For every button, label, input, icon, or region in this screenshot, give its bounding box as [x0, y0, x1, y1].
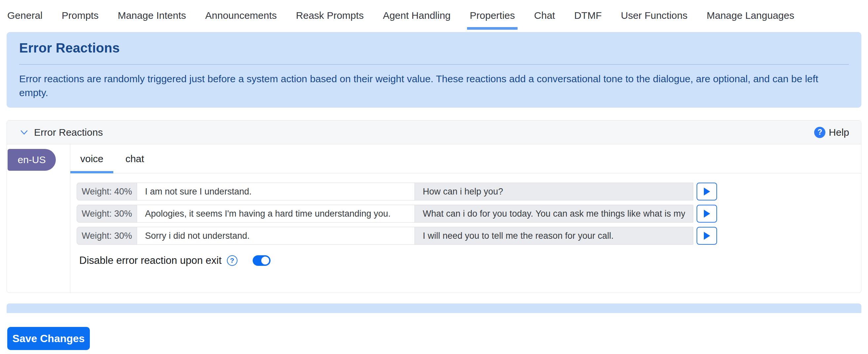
nav-item-reask-prompts[interactable]: Reask Prompts — [296, 10, 364, 31]
help-question-icon: ? — [814, 127, 826, 138]
nav-item-manage-languages[interactable]: Manage Languages — [707, 10, 794, 31]
nav-item-prompts[interactable]: Prompts — [62, 10, 99, 31]
followup-text-input-3[interactable] — [415, 227, 693, 245]
language-rail: en-US — [7, 144, 70, 293]
error-reactions-banner: Error Reactions Error reactions are rand… — [7, 32, 861, 108]
tab-chat[interactable]: chat — [113, 144, 156, 173]
help-link[interactable]: ? Help — [814, 127, 849, 138]
weight-label-2: Weight: 30% — [76, 205, 137, 223]
play-button-1[interactable] — [696, 183, 717, 200]
nav-item-dtmf[interactable]: DTMF — [574, 10, 601, 31]
page-title: Error Reactions — [19, 41, 849, 56]
save-changes-button[interactable]: Save Changes — [7, 327, 90, 350]
panel-title: Error Reactions — [34, 127, 103, 138]
nav-item-general[interactable]: General — [7, 10, 42, 31]
reaction-text-input-3[interactable] — [137, 227, 415, 245]
tab-voice-label: voice — [80, 153, 103, 164]
reaction-row-1: Weight: 40% — [76, 183, 861, 200]
nav-item-properties-label: Properties — [470, 10, 515, 21]
help-label: Help — [829, 127, 849, 138]
play-button-2[interactable] — [696, 205, 717, 223]
nav-item-manage-intents[interactable]: Manage Intents — [118, 10, 186, 31]
play-icon — [703, 187, 711, 196]
reaction-row-2: Weight: 30% — [76, 205, 861, 223]
top-navigation: General Prompts Manage Intents Announcem… — [0, 0, 868, 32]
tooltip-question-icon[interactable]: ? — [227, 255, 238, 266]
active-tab-underline — [467, 27, 518, 30]
play-icon — [703, 231, 711, 240]
nav-item-announcements[interactable]: Announcements — [205, 10, 277, 31]
reaction-row-3: Weight: 30% — [76, 227, 861, 245]
tab-chat-label: chat — [125, 153, 144, 164]
disable-error-reaction-row: Disable error reaction upon exit ? — [70, 255, 861, 266]
play-button-3[interactable] — [696, 227, 717, 245]
banner-description: Error reactions are randomly triggered j… — [19, 72, 849, 100]
nav-item-properties[interactable]: Properties — [470, 10, 515, 31]
next-section-banner-edge — [7, 303, 861, 313]
play-icon — [703, 209, 711, 218]
nav-item-chat[interactable]: Chat — [534, 10, 555, 31]
toggle-knob — [261, 257, 269, 264]
weight-label-3: Weight: 30% — [76, 227, 137, 245]
nav-item-user-functions[interactable]: User Functions — [621, 10, 688, 31]
error-reactions-panel: Error Reactions ? Help en-US voice chat — [7, 120, 861, 293]
panel-header[interactable]: Error Reactions ? Help — [7, 121, 861, 144]
reaction-text-input-1[interactable] — [137, 183, 415, 200]
panel-main: voice chat Weight: 40% — [70, 144, 861, 293]
language-tab-en-us[interactable]: en-US — [8, 149, 56, 171]
voice-tab-underline — [70, 171, 113, 173]
weight-label-1: Weight: 40% — [76, 183, 137, 200]
banner-divider — [19, 64, 849, 65]
chevron-down-icon[interactable] — [20, 128, 29, 137]
channel-tabs: voice chat — [70, 144, 861, 173]
followup-text-input-1[interactable] — [415, 183, 693, 200]
nav-item-agent-handling[interactable]: Agent Handling — [383, 10, 451, 31]
reaction-rows: Weight: 40% Weight: 30% — [70, 173, 861, 245]
disable-error-reaction-label: Disable error reaction upon exit — [79, 255, 222, 266]
tab-voice[interactable]: voice — [70, 144, 113, 173]
followup-text-input-2[interactable] — [415, 205, 693, 223]
reaction-text-input-2[interactable] — [137, 205, 415, 223]
panel-body: en-US voice chat Weight: 40% — [7, 144, 861, 293]
disable-error-reaction-toggle[interactable] — [253, 255, 271, 266]
